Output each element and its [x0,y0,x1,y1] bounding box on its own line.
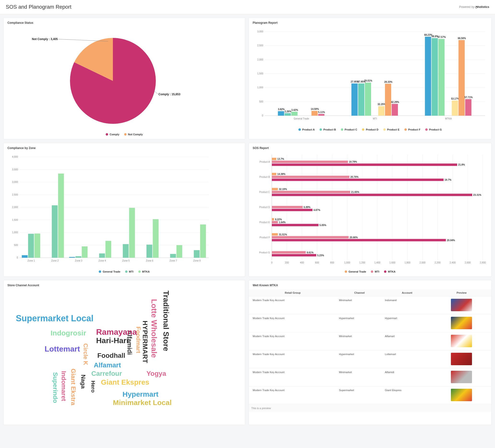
cloud-word[interactable]: Carrefour [91,370,122,377]
svg-text:23.31%: 23.31% [473,194,481,196]
cloud-word[interactable]: Yogya [147,370,166,377]
svg-text:8.61%: 8.61% [307,251,313,254]
svg-rect-188 [272,254,316,257]
svg-rect-59 [465,99,471,116]
svg-text:MTKA: MTKA [445,117,452,120]
svg-text:Not Comply : 3,405: Not Comply : 3,405 [32,37,58,41]
table-row[interactable]: Modern Trade Key AccountHypermarketLotte… [249,350,491,368]
cloud-word[interactable]: Indomaret [60,371,67,401]
cloud-word[interactable]: Foodhall [97,352,125,360]
table-row[interactable]: Modern Trade Key AccountSupermarketGiant… [249,386,491,404]
table-header: Channel [337,289,382,296]
svg-text:19.7%: 19.7% [445,178,451,181]
svg-text:68.23%: 68.23% [424,34,432,36]
svg-text:1,000: 1,000 [344,261,350,264]
svg-text:Product G: Product G [259,251,270,254]
table-row[interactable]: Modern Trade Key AccountMinimarketIndoma… [249,296,491,314]
svg-rect-148 [272,163,457,166]
svg-rect-86 [52,205,57,258]
svg-text:1,200: 1,200 [359,261,365,264]
svg-rect-178 [272,233,278,236]
svg-rect-45 [392,104,398,116]
svg-text:20.76%: 20.76% [350,176,359,178]
svg-text:3,000: 3,000 [257,30,263,33]
svg-text:0: 0 [16,256,18,259]
svg-text:57.71%: 57.71% [465,96,473,99]
compliance-status-panel: Compliance Status Comply : 15,653Not Com… [3,17,245,139]
cloud-word[interactable]: Lottemart [45,345,80,353]
table-header: Retail Group [249,289,337,296]
cloud-word[interactable]: Superindo [52,372,59,403]
svg-rect-91 [82,246,87,258]
svg-text:2.26%: 2.26% [285,110,291,113]
compliance-zone-panel: Compliance by Zone 05001,0001,5002,0002,… [3,143,245,277]
svg-text:2,500: 2,500 [257,44,263,47]
mtka-table[interactable]: Retail GroupChannelAccountPreview Modern… [249,289,491,404]
planogram-legend: Product AProduct BProduct CProduct DProd… [253,128,488,131]
cloud-word[interactable]: Supermarket Local [16,313,94,323]
cloud-word[interactable]: Ramayana [96,327,137,337]
svg-rect-94 [99,253,105,258]
cloud-word[interactable]: Traditional Store [162,290,170,351]
cloud-word[interactable]: Indogrosir [51,329,86,337]
svg-rect-41 [378,106,385,116]
sos-legend: General TradeMTIMTKA [253,270,488,273]
cloud-word[interactable]: Alfamart [94,361,121,369]
svg-rect-173 [272,221,278,223]
svg-rect-38 [365,83,371,116]
planogram-bar-chart[interactable]: 05001,0001,5002,0002,5003,000General Tra… [253,27,488,125]
svg-text:Product C: Product C [259,191,270,193]
svg-text:42.29%: 42.29% [391,101,399,103]
wordcloud[interactable]: Traditional StoreLotte WholesaleHYPERMAR… [7,289,241,421]
svg-text:5.23%: 5.23% [317,254,324,257]
planogram-panel: Planogram Report 05001,0001,5002,0002,50… [248,17,492,139]
svg-text:500: 500 [14,244,18,246]
sos-bar-chart[interactable]: 02004006008001,0001,2001,4001,6001,8002,… [253,152,488,267]
preview-thumb [451,335,472,347]
preview-thumb [451,371,472,383]
svg-rect-57 [459,40,465,116]
svg-text:1.64%: 1.64% [279,221,286,224]
svg-text:Product B: Product B [259,176,270,178]
svg-text:21.65%: 21.65% [351,191,359,193]
compliance-pie-chart[interactable]: Comply : 15,653Not Comply : 3,405 [7,27,211,130]
svg-text:Zone 7: Zone 7 [169,260,177,262]
svg-text:Product A: Product A [260,160,270,163]
svg-text:400: 400 [300,261,304,264]
svg-rect-87 [58,173,64,258]
cloud-word[interactable]: HYPERMART [141,321,149,363]
table-row[interactable]: Modern Trade Key AccountMinimarketAlfama… [249,332,491,350]
cloud-word[interactable]: Naga [80,375,86,389]
table-row[interactable]: Modern Trade Key AccountHypermarketHyper… [249,314,491,332]
cloud-word[interactable]: Minimarket Local [113,399,172,407]
svg-text:2,200: 2,200 [435,261,440,264]
cloud-word[interactable]: Hero [90,381,96,392]
svg-rect-29 [311,111,318,116]
svg-rect-151 [272,173,276,175]
table-row[interactable]: Modern Trade Key AccountMinimarketAlfami… [249,368,491,386]
svg-text:1,800: 1,800 [404,261,410,264]
svg-rect-48 [425,37,431,116]
svg-rect-55 [452,101,458,116]
svg-rect-144 [272,158,276,160]
svg-text:67.57%: 67.57% [438,36,446,38]
svg-text:21.8%: 21.8% [458,163,465,166]
cloud-word[interactable]: Giant Ekspres [101,378,149,386]
cloud-word[interactable]: Hypermart [123,390,158,398]
svg-text:3,000: 3,000 [12,181,18,183]
zone-bar-chart[interactable]: 05001,0001,5002,0002,5003,0003,5004,000Z… [7,152,211,267]
svg-rect-102 [147,245,152,258]
svg-rect-43 [385,84,391,116]
svg-text:Zone 5: Zone 5 [122,260,130,262]
svg-rect-107 [177,245,182,258]
cloud-word[interactable]: Circle K [82,343,89,365]
svg-rect-182 [272,239,446,241]
svg-text:1,000: 1,000 [12,231,18,234]
cloud-word[interactable]: Lotte Wholesale [150,299,158,358]
svg-text:19.79%: 19.79% [349,160,357,163]
cloud-word[interactable]: Hari-Hari [96,336,128,345]
svg-text:Comply : 15,653: Comply : 15,653 [158,93,180,96]
preview-note: This is a preview [249,404,491,412]
svg-rect-153 [272,176,349,178]
cloud-word[interactable]: Giant Ekstra [69,369,77,405]
